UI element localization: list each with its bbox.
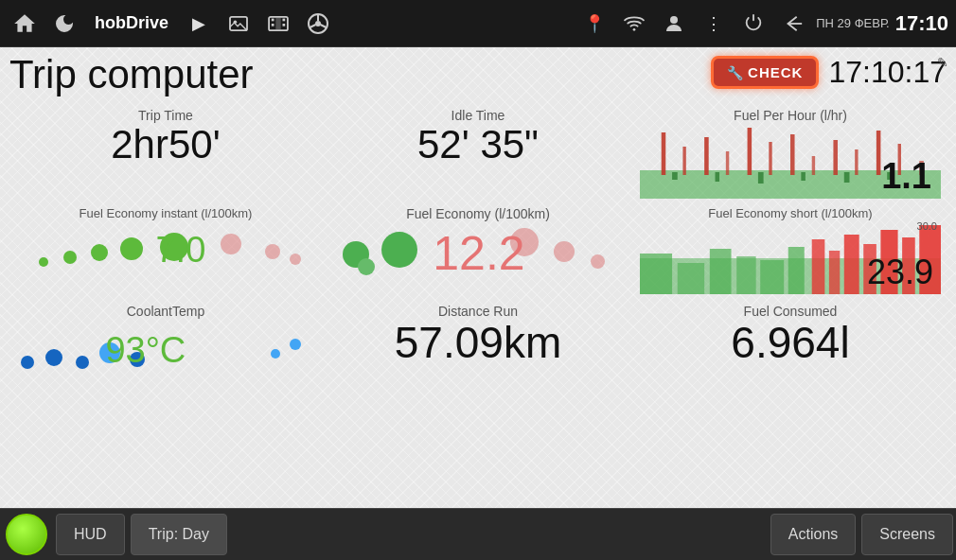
check-engine-label: CHECK xyxy=(748,64,803,80)
fuel-economy-instant-label: Fuel Economy instant (l/100km) xyxy=(80,206,253,220)
check-engine-button[interactable]: 🔧 CHECK xyxy=(711,56,819,89)
fuel-economy-instant-cell: Fuel Economy instant (l/100km) 7.0 xyxy=(9,202,322,300)
distance-run-value: 57.09km xyxy=(395,319,561,367)
fuel-economy-short-cell: Fuel Economy short (l/100km) 30.0 xyxy=(634,202,947,300)
svg-rect-39 xyxy=(710,249,732,294)
steering-icon[interactable] xyxy=(301,7,335,41)
status-time: 17:10 xyxy=(895,11,948,36)
status-right: 📍 ⋮ ПН 29 ФЕВР xyxy=(577,7,948,41)
fuel-economy-instant-chart: 7.0 xyxy=(15,220,316,287)
svg-rect-40 xyxy=(736,256,755,294)
svg-rect-41 xyxy=(760,260,784,294)
bottom-nav: HUD Trip: Day Actions Screens xyxy=(0,508,956,560)
idle-time-value: 52' 35" xyxy=(417,123,539,166)
metrics-grid: Trip Time 2hr50' Idle Time 52' 35" Fuel … xyxy=(9,104,947,389)
fuel-economy-chart: 12.2 xyxy=(328,221,628,288)
svg-rect-20 xyxy=(726,151,729,175)
svg-rect-7 xyxy=(275,17,280,29)
hud-button[interactable]: HUD xyxy=(56,514,125,555)
svg-rect-22 xyxy=(769,142,771,175)
svg-rect-25 xyxy=(833,140,838,175)
fuel-consumed-value: 6.964l xyxy=(731,319,849,367)
fuel-economy-cell: Fuel Economy (l/100km) 12.2 xyxy=(322,202,634,300)
status-left: hobDrive ▶ xyxy=(8,7,335,41)
top-right: 🔧 CHECK 17:10:17 xyxy=(711,55,947,90)
svg-point-13 xyxy=(633,27,636,30)
coolant-temp-chart: 93°C xyxy=(15,319,316,385)
main-content: Trip computer 🔧 CHECK 17:10:17 Trip Time… xyxy=(0,47,956,508)
screens-button[interactable]: Screens xyxy=(861,514,953,555)
svg-line-12 xyxy=(321,25,327,27)
fuel-per-hour-label: Fuel Per Hour (l/hr) xyxy=(734,108,847,123)
status-date: ПН 29 ФЕВР. xyxy=(816,16,889,30)
idle-time-cell: Idle Time 52' 35" xyxy=(322,104,634,202)
title-area: Trip computer xyxy=(9,55,711,98)
fuel-economy-short-chart: 30.0 xyxy=(640,220,941,296)
edit-icon[interactable]: ✎ xyxy=(937,55,948,70)
menu-icon[interactable]: ⋮ xyxy=(697,7,731,41)
svg-rect-44 xyxy=(829,251,840,294)
fuel-economy-short-label: Fuel Economy short (l/100km) xyxy=(708,206,872,220)
account-icon xyxy=(657,7,691,41)
svg-rect-3 xyxy=(272,18,274,21)
top-row: Trip computer 🔧 CHECK 17:10:17 xyxy=(9,55,947,98)
actions-button[interactable]: Actions xyxy=(770,514,856,555)
status-bar: hobDrive ▶ xyxy=(0,0,956,47)
svg-rect-4 xyxy=(272,24,274,26)
svg-rect-32 xyxy=(758,172,764,184)
fuel-per-hour-chart: 1.1 xyxy=(640,123,941,199)
svg-point-14 xyxy=(670,16,678,24)
trip-day-button[interactable]: Trip: Day xyxy=(131,514,227,555)
moon-icon[interactable] xyxy=(47,7,81,41)
svg-rect-43 xyxy=(812,239,825,294)
svg-rect-45 xyxy=(844,235,859,294)
svg-rect-31 xyxy=(716,172,720,182)
wrench-icon: 🔧 xyxy=(727,65,744,80)
trip-time-label: Trip Time xyxy=(138,108,193,123)
play-icon[interactable]: ▶ xyxy=(182,7,216,41)
location-icon: 📍 xyxy=(577,7,611,41)
svg-rect-6 xyxy=(283,24,286,26)
svg-rect-42 xyxy=(788,247,805,294)
trip-time-value: 2hr50' xyxy=(111,123,220,166)
app-name: hobDrive xyxy=(95,13,168,33)
image-icon[interactable] xyxy=(221,7,256,41)
svg-rect-5 xyxy=(283,18,286,21)
svg-rect-30 xyxy=(672,172,678,180)
fuel-consumed-cell: Fuel Consumed 6.964l xyxy=(634,300,947,389)
idle-time-label: Idle Time xyxy=(451,108,505,123)
svg-rect-38 xyxy=(678,263,704,294)
trip-time-cell: Trip Time 2hr50' xyxy=(9,104,322,202)
svg-rect-21 xyxy=(748,128,752,175)
power-icon[interactable] xyxy=(736,7,770,41)
distance-run-label: Distance Run xyxy=(438,304,518,319)
svg-rect-19 xyxy=(704,137,709,175)
current-time: 17:10:17 xyxy=(828,55,947,90)
fuel-consumed-label: Fuel Consumed xyxy=(744,304,838,319)
home-icon[interactable] xyxy=(8,7,42,41)
fuel-per-hour-value: 1.1 xyxy=(881,156,931,197)
green-dot-button[interactable] xyxy=(6,514,47,555)
fuel-economy-label: Fuel Economy (l/100km) xyxy=(406,206,550,221)
svg-rect-37 xyxy=(640,254,672,294)
svg-rect-18 xyxy=(682,147,685,175)
fuel-economy-value: 12.2 xyxy=(433,226,524,281)
coolant-temp-value: 93°C xyxy=(105,330,186,371)
fuel-economy-instant-value: 7.0 xyxy=(155,230,205,271)
fuel-economy-short-max: 30.0 xyxy=(917,220,937,232)
coolant-temp-label: CoolantTemp xyxy=(127,304,205,319)
svg-rect-17 xyxy=(662,132,666,175)
coolant-temp-cell: CoolantTemp 93°C xyxy=(9,300,322,389)
svg-rect-23 xyxy=(790,134,795,175)
svg-rect-34 xyxy=(844,172,850,183)
svg-rect-26 xyxy=(855,149,858,175)
page-title: Trip computer xyxy=(9,55,711,95)
wifi-icon xyxy=(617,7,651,41)
fuel-economy-short-value: 23.9 xyxy=(867,253,933,292)
fuel-per-hour-cell: Fuel Per Hour (l/hr) xyxy=(634,104,947,202)
distance-run-cell: Distance Run 57.09km xyxy=(322,300,634,389)
svg-rect-33 xyxy=(801,172,806,181)
back-icon[interactable] xyxy=(776,7,810,41)
film-icon[interactable] xyxy=(261,7,295,41)
svg-point-9 xyxy=(315,21,321,26)
